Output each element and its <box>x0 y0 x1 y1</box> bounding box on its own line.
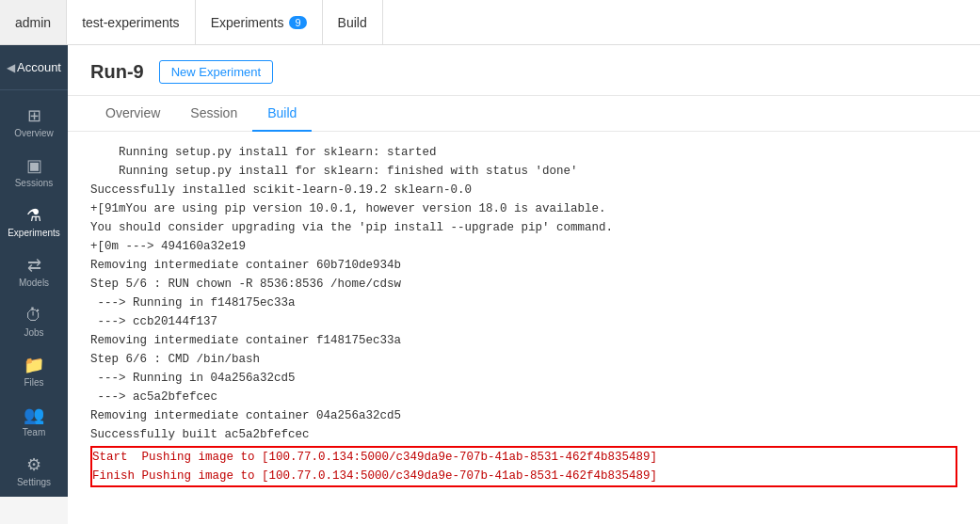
log-line: Running setup.py install for sklearn: fi… <box>90 162 957 181</box>
log-line: Successfully installed scikit-learn-0.19… <box>90 181 957 199</box>
sessions-icon: ▣ <box>26 157 42 174</box>
new-experiment-button[interactable]: New Experiment <box>159 60 273 84</box>
team-icon: 👥 <box>24 406 44 423</box>
sidebar-item-settings[interactable]: ⚙Settings <box>0 447 68 497</box>
sidebar-label-files: Files <box>24 377 43 388</box>
log-line: Removing intermediate container 60b710de… <box>90 256 957 275</box>
overview-icon: ⊞ <box>27 107 41 124</box>
sidebar-label-models: Models <box>19 278 49 288</box>
tab-build[interactable]: Build <box>252 96 312 132</box>
log-line: Running setup.py install for sklearn: st… <box>90 143 957 162</box>
highlighted-log-line: Finish Pushing image to [100.77.0.134:50… <box>92 467 956 485</box>
account-label: Account <box>17 60 61 74</box>
breadcrumb-item-experiments[interactable]: Experiments9 <box>196 0 323 44</box>
sidebar-label-sessions: Sessions <box>15 178 54 188</box>
content-area: Run-9 New Experiment OverviewSessionBuil… <box>68 45 980 524</box>
page-title: Run-9 <box>90 61 144 83</box>
log-line: Step 6/6 : CMD /bin/bash <box>90 350 957 369</box>
back-arrow-icon: ◀ <box>7 61 15 74</box>
sidebar-item-overview[interactable]: ⊞Overview <box>0 98 68 148</box>
sidebar-label-overview: Overview <box>14 128 54 138</box>
sidebar-container: ◀ Account ⊞Overview▣Sessions⚗Experiments… <box>0 45 68 524</box>
highlighted-log-line: Start Pushing image to [100.77.0.134:500… <box>92 448 956 467</box>
sidebar-label-jobs: Jobs <box>24 327 43 338</box>
sidebar-item-models[interactable]: ⇄Models <box>0 247 68 297</box>
main-layout: ◀ Account ⊞Overview▣Sessions⚗Experiments… <box>0 45 980 524</box>
log-line: +[0m ---> 494160a32e19 <box>90 237 957 256</box>
badge-experiments: 9 <box>289 16 306 29</box>
top-nav: admintest-experimentsExperiments9Build <box>0 0 980 45</box>
log-line: ---> ac5a2bfefcec <box>90 388 957 406</box>
breadcrumb-item-test-experiments[interactable]: test-experiments <box>67 0 195 44</box>
sidebar-item-files[interactable]: 📁Files <box>0 347 68 397</box>
sidebar-item-team[interactable]: 👥Team <box>0 397 68 447</box>
sidebar-item-jobs[interactable]: ⏱Jobs <box>0 297 68 347</box>
sidebar-label-settings: Settings <box>17 477 51 487</box>
log-line: Removing intermediate container f148175e… <box>90 331 957 350</box>
sidebar-label-team: Team <box>23 427 45 437</box>
settings-icon: ⚙ <box>26 456 41 473</box>
log-line: Step 5/6 : RUN chown -R 8536:8536 /home/… <box>90 275 957 294</box>
sidebar: ⊞Overview▣Sessions⚗Experiments⇄Models⏱Jo… <box>0 90 68 497</box>
log-line: You should consider upgrading via the 'p… <box>90 218 957 237</box>
log-line: ---> ccb20144f137 <box>90 312 957 331</box>
log-line: +[91mYou are using pip version 10.0.1, h… <box>90 199 957 218</box>
breadcrumb-item-admin[interactable]: admin <box>0 0 67 44</box>
page-header: Run-9 New Experiment <box>68 45 980 96</box>
files-icon: 📁 <box>24 357 44 373</box>
log-line: ---> Running in 04a256a32cd5 <box>90 369 957 388</box>
tab-session[interactable]: Session <box>175 96 252 132</box>
jobs-icon: ⏱ <box>25 307 42 324</box>
tabs-bar: OverviewSessionBuild <box>68 96 980 132</box>
sidebar-item-experiments[interactable]: ⚗Experiments <box>0 198 68 247</box>
breadcrumb: admintest-experimentsExperiments9Build <box>0 0 383 44</box>
tab-overview[interactable]: Overview <box>90 96 175 132</box>
log-line: ---> Running in f148175ec33a <box>90 294 957 312</box>
models-icon: ⇄ <box>27 257 41 274</box>
account-button[interactable]: ◀ Account <box>0 45 68 90</box>
breadcrumb-item-build[interactable]: Build <box>323 0 383 44</box>
log-line: Removing intermediate container 04a256a3… <box>90 406 957 425</box>
sidebar-item-sessions[interactable]: ▣Sessions <box>0 148 68 198</box>
log-line: Successfully built ac5a2bfefcec <box>90 425 957 444</box>
log-output[interactable]: Running setup.py install for sklearn: st… <box>68 132 980 524</box>
highlighted-log-block: Start Pushing image to [100.77.0.134:500… <box>90 446 957 487</box>
sidebar-label-experiments: Experiments <box>8 228 60 238</box>
experiments-icon: ⚗ <box>26 207 41 224</box>
